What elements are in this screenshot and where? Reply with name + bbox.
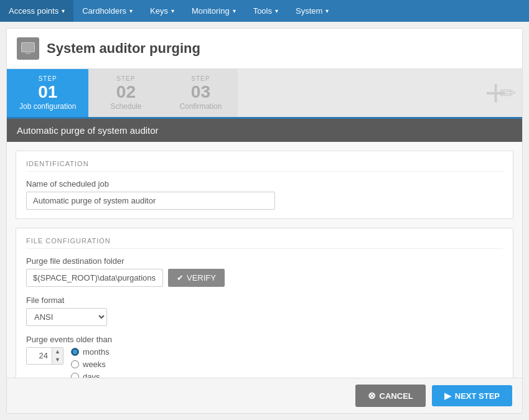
- radio-months[interactable]: [71, 348, 79, 356]
- nav-keys[interactable]: Keys ▾: [141, 0, 183, 22]
- page-header: System auditor purging: [7, 29, 522, 69]
- nav-system-arrow: ▾: [325, 7, 329, 14]
- identification-section: IDENTIFICATION Name of scheduled job: [16, 151, 513, 219]
- verify-button[interactable]: ✔ VERIFY: [168, 269, 225, 287]
- radio-days-label[interactable]: days: [71, 372, 110, 378]
- radio-months-label[interactable]: months: [71, 347, 110, 357]
- radio-weeks-text: weeks: [83, 360, 106, 369]
- verify-label: VERIFY: [187, 273, 216, 282]
- format-group: File format ANSI UTF-8 Unicode: [26, 296, 503, 326]
- nav-system[interactable]: System ▾: [287, 0, 337, 22]
- step-2-number: 02: [116, 83, 136, 101]
- folder-input[interactable]: [26, 269, 163, 287]
- nav-tools-label: Tools: [253, 6, 272, 16]
- spinner-up[interactable]: ▲: [52, 348, 63, 356]
- spinner-down[interactable]: ▼: [52, 356, 63, 364]
- purge-age-group: Purge events older than ▲ ▼ months: [26, 335, 503, 378]
- folder-group: Purge file destination folder ✔ VERIFY: [26, 256, 503, 287]
- steps-decoration: ✕ ✎: [238, 69, 522, 117]
- step-2-name: Schedule: [110, 102, 141, 111]
- step-1-label-top: STEP: [39, 75, 57, 82]
- verify-checkmark-icon: ✔: [177, 273, 184, 282]
- job-name-group: Name of scheduled job: [26, 179, 503, 210]
- nav-cardholders-label: Cardholders: [82, 6, 126, 16]
- top-navigation: Access points ▾ Cardholders ▾ Keys ▾ Mon…: [0, 0, 529, 22]
- nav-cardholders-arrow: ▾: [129, 7, 133, 14]
- radio-days-text: days: [83, 372, 100, 378]
- purge-age-label: Purge events older than: [26, 335, 503, 344]
- nav-monitoring-arrow: ▾: [233, 7, 236, 14]
- radio-months-text: months: [83, 347, 110, 357]
- radio-weeks[interactable]: [71, 360, 79, 368]
- nav-cardholders[interactable]: Cardholders ▾: [73, 0, 141, 22]
- step-2-label-top: STEP: [116, 75, 135, 82]
- nav-monitoring-label: Monitoring: [192, 6, 230, 16]
- main-page: System auditor purging STEP 01 Job confi…: [6, 28, 523, 414]
- job-name-input[interactable]: [26, 192, 275, 210]
- cancel-label: CANCEL: [380, 391, 413, 401]
- nav-system-label: System: [296, 6, 322, 16]
- step-3[interactable]: STEP 03 Confirmation: [163, 69, 238, 117]
- cancel-button[interactable]: ⊗ CANCEL: [355, 385, 426, 407]
- next-arrow-icon: ▶: [444, 391, 451, 401]
- format-select[interactable]: ANSI UTF-8 Unicode: [26, 308, 107, 326]
- section-header: Automatic purge of system auditor: [7, 119, 522, 142]
- section-header-text: Automatic purge of system auditor: [17, 125, 159, 136]
- step-2[interactable]: STEP 02 Schedule: [88, 69, 163, 117]
- nav-tools[interactable]: Tools ▾: [245, 0, 287, 22]
- page-icon: [17, 37, 39, 60]
- nav-access-points[interactable]: Access points ▾: [0, 0, 73, 22]
- nav-monitoring[interactable]: Monitoring ▾: [183, 0, 245, 22]
- nav-keys-arrow: ▾: [171, 7, 174, 14]
- next-label: NEXT STEP: [455, 391, 500, 401]
- unit-radio-group: months weeks days: [71, 347, 110, 378]
- age-spinner: ▲ ▼: [26, 347, 63, 365]
- spinner-group: ▲ ▼ months weeks: [26, 347, 503, 378]
- step-1-name: Job configuration: [19, 102, 76, 111]
- cancel-circle-icon: ⊗: [368, 390, 376, 401]
- bottom-bar: ⊗ CANCEL ▶ NEXT STEP: [7, 378, 522, 413]
- format-label: File format: [26, 296, 503, 305]
- step-3-label-top: STEP: [191, 75, 210, 82]
- file-config-title: FILE CONFIGURATION: [26, 237, 503, 249]
- file-config-section: FILE CONFIGURATION Purge file destinatio…: [16, 228, 513, 378]
- nav-access-points-label: Access points: [9, 6, 59, 16]
- steps-bar: STEP 01 Job configuration STEP 02 Schedu…: [7, 69, 522, 119]
- nav-keys-label: Keys: [150, 6, 168, 16]
- folder-row: ✔ VERIFY: [26, 269, 503, 287]
- next-step-button[interactable]: ▶ NEXT STEP: [432, 385, 512, 406]
- step-3-name: Confirmation: [179, 102, 222, 111]
- step-1[interactable]: STEP 01 Job configuration: [7, 69, 88, 117]
- page-title: System auditor purging: [47, 40, 200, 57]
- spinner-arrows: ▲ ▼: [52, 348, 63, 364]
- radio-days[interactable]: [71, 373, 79, 378]
- job-name-label: Name of scheduled job: [26, 179, 503, 189]
- step-1-number: 01: [38, 83, 57, 101]
- age-input[interactable]: [27, 348, 52, 363]
- step-3-number: 03: [191, 83, 210, 101]
- radio-weeks-label[interactable]: weeks: [71, 360, 110, 369]
- nav-access-points-arrow: ▾: [62, 7, 65, 14]
- folder-label: Purge file destination folder: [26, 256, 503, 266]
- content-scroll[interactable]: IDENTIFICATION Name of scheduled job FIL…: [7, 142, 522, 378]
- nav-tools-arrow: ▾: [275, 7, 278, 14]
- svg-rect-1: [22, 43, 34, 52]
- identification-title: IDENTIFICATION: [26, 160, 503, 172]
